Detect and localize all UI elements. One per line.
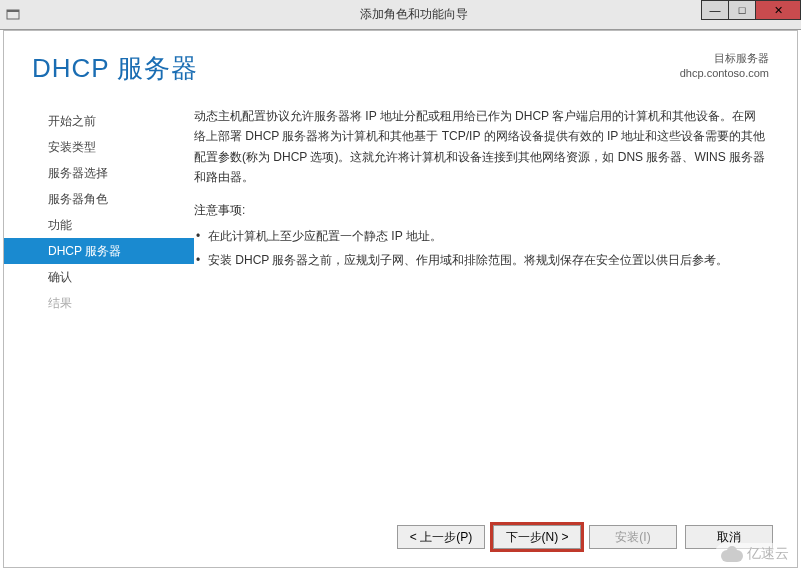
watermark: 亿速云 [715,543,795,565]
nav-results: 结果 [4,290,194,316]
app-icon [0,8,26,22]
title-bar: 添加角色和功能向导 — □ ✕ [0,0,801,30]
previous-button[interactable]: < 上一步(P) [397,525,485,549]
notice-heading: 注意事项: [194,200,767,220]
target-server-info: 目标服务器 dhcp.contoso.com [680,51,769,82]
maximize-button[interactable]: □ [728,0,756,20]
minimize-button[interactable]: — [701,0,729,20]
notice-list: 在此计算机上至少应配置一个静态 IP 地址。 安装 DHCP 服务器之前，应规划… [194,226,767,271]
cloud-icon [721,546,743,562]
list-item: 安装 DHCP 服务器之前，应规划子网、作用域和排除范围。将规划保存在安全位置以… [194,250,767,270]
nav-confirmation[interactable]: 确认 [4,264,194,290]
header: DHCP 服务器 目标服务器 dhcp.contoso.com [4,31,797,96]
main-area: 开始之前 安装类型 服务器选择 服务器角色 功能 DHCP 服务器 确认 结果 … [4,96,797,316]
page-title: DHCP 服务器 [32,51,198,86]
description-text: 动态主机配置协议允许服务器将 IP 地址分配或租用给已作为 DHCP 客户端启用… [194,106,767,188]
window-controls: — □ ✕ [702,0,801,22]
wizard-frame: DHCP 服务器 目标服务器 dhcp.contoso.com 开始之前 安装类… [3,30,798,568]
close-button[interactable]: ✕ [755,0,801,20]
list-item: 在此计算机上至少应配置一个静态 IP 地址。 [194,226,767,246]
next-button[interactable]: 下一步(N) > [493,525,581,549]
wizard-nav: 开始之前 安装类型 服务器选择 服务器角色 功能 DHCP 服务器 确认 结果 [4,106,194,316]
target-label: 目标服务器 [680,51,769,66]
target-value: dhcp.contoso.com [680,66,769,81]
nav-before-you-begin[interactable]: 开始之前 [4,108,194,134]
svg-rect-1 [7,10,19,12]
install-button: 安装(I) [589,525,677,549]
nav-dhcp-server[interactable]: DHCP 服务器 [4,238,194,264]
window-title: 添加角色和功能向导 [26,6,801,23]
content-panel: 动态主机配置协议允许服务器将 IP 地址分配或租用给已作为 DHCP 客户端启用… [194,106,777,316]
nav-server-selection[interactable]: 服务器选择 [4,160,194,186]
nav-server-roles[interactable]: 服务器角色 [4,186,194,212]
nav-installation-type[interactable]: 安装类型 [4,134,194,160]
watermark-text: 亿速云 [747,545,789,563]
nav-features[interactable]: 功能 [4,212,194,238]
